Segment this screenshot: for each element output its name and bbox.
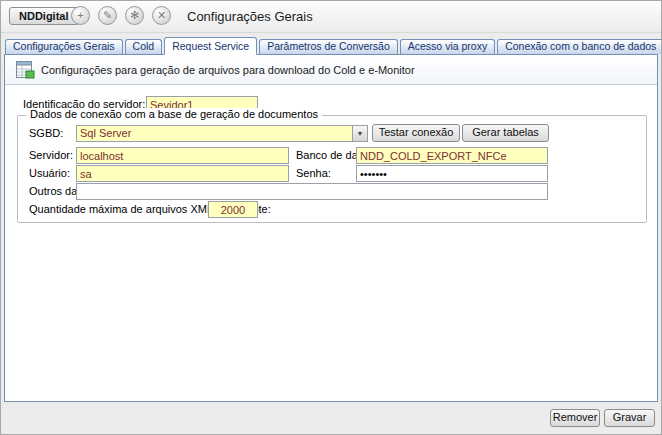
tab-configuracoes-gerais[interactable]: Configurações Gerais bbox=[5, 39, 123, 54]
add-icon[interactable]: + bbox=[71, 6, 90, 25]
tab-acesso-via-proxy[interactable]: Acesso via proxy bbox=[400, 39, 495, 54]
generate-tables-button[interactable]: Gerar tabelas bbox=[462, 124, 549, 142]
server-input[interactable] bbox=[76, 147, 289, 164]
test-connection-button[interactable]: Testar conexão bbox=[372, 124, 460, 142]
chevron-down-icon[interactable]: ▼ bbox=[352, 126, 367, 141]
database-input[interactable] bbox=[356, 147, 548, 164]
page-title: Configurações Gerais bbox=[187, 9, 313, 24]
panel-header: Configurações para geração de arquivos p… bbox=[5, 55, 657, 85]
sgbd-dropdown[interactable]: Sql Server ▼ bbox=[76, 125, 368, 142]
user-input[interactable] bbox=[76, 165, 289, 182]
remove-button[interactable]: Remover bbox=[550, 409, 600, 427]
tab-conexao-banco-dados[interactable]: Conexão com o banco de dados bbox=[497, 39, 661, 54]
tab-request-service[interactable]: Request Service bbox=[164, 37, 257, 55]
tab-parametros-de-conversao[interactable]: Parâmetros de Conversão bbox=[259, 39, 398, 54]
sgbd-label: SGBD: bbox=[29, 125, 63, 142]
tab-cold[interactable]: Cold bbox=[125, 39, 163, 54]
other-data-input[interactable] bbox=[76, 183, 548, 200]
title-bar: NDDigital + ✎ ✻ ✕ Configurações Gerais bbox=[1, 1, 661, 33]
password-input[interactable] bbox=[356, 165, 548, 182]
panel-description: Configurações para geração de arquivos p… bbox=[41, 64, 415, 76]
grid-report-icon bbox=[15, 60, 35, 80]
save-button[interactable]: Gravar bbox=[604, 409, 655, 427]
app-window: NDDigital + ✎ ✻ ✕ Configurações Gerais C… bbox=[0, 0, 662, 435]
server-label: Servidor: bbox=[29, 147, 73, 164]
edit-icon[interactable]: ✎ bbox=[98, 6, 117, 25]
sgbd-dropdown-value: Sql Server bbox=[80, 127, 131, 139]
close-icon[interactable]: ✕ bbox=[152, 6, 171, 25]
content-panel: Configurações para geração de arquivos p… bbox=[4, 54, 658, 402]
password-label: Senha: bbox=[296, 165, 331, 182]
settings-icon[interactable]: ✻ bbox=[125, 6, 144, 25]
toolbar: + ✎ ✻ ✕ bbox=[71, 6, 171, 25]
connection-group-title: Dados de conexão com a base de geração d… bbox=[26, 108, 322, 120]
nddigital-logo: NDDigital bbox=[9, 7, 79, 25]
user-label: Usuário: bbox=[29, 165, 70, 182]
tab-strip: Configurações Gerais Cold Request Servic… bbox=[5, 37, 661, 55]
max-xml-input[interactable] bbox=[208, 201, 258, 218]
